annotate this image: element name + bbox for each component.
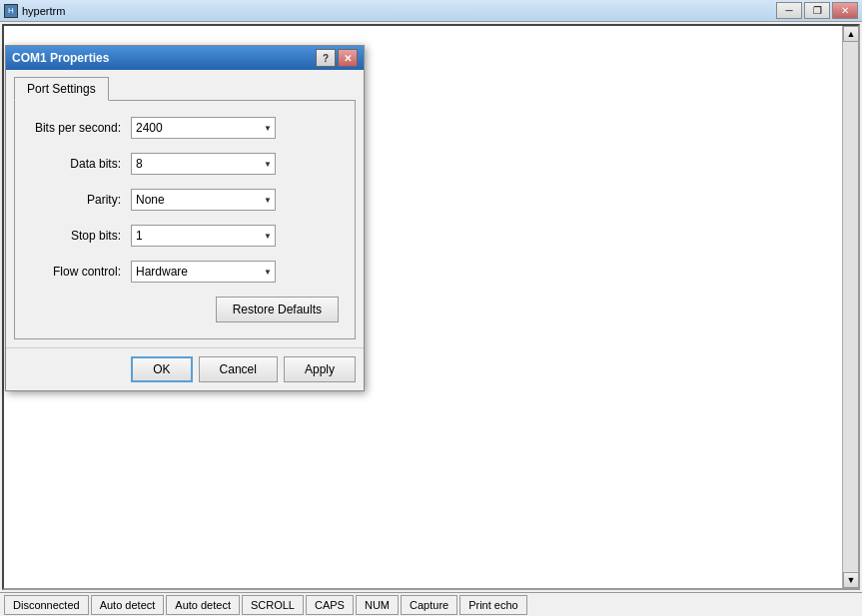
label-databits: Data bits:: [31, 157, 131, 171]
dialog-controls: ? ✕: [316, 49, 358, 67]
com1-properties-dialog: COM1 Properties ? ✕ Port Settings Bits p…: [5, 45, 365, 391]
dialog-overlay: COM1 Properties ? ✕ Port Settings Bits p…: [0, 0, 862, 616]
label-parity: Parity:: [31, 193, 131, 207]
select-wrapper-flowcontrol: Hardware None Xon / Xoff: [131, 261, 276, 283]
dialog-body: Port Settings Bits per second: 2400 110 …: [6, 70, 364, 347]
restore-defaults-row: Restore Defaults: [31, 297, 339, 322]
form-group-bps: Bits per second: 2400 110 300 600 1200 4…: [31, 117, 339, 139]
select-flowcontrol[interactable]: Hardware None Xon / Xoff: [131, 261, 276, 283]
select-wrapper-bps: 2400 110 300 600 1200 4800 9600 19200 38…: [131, 117, 276, 139]
dialog-title: COM1 Properties: [12, 51, 316, 65]
select-wrapper-stopbits: 1 1.5 2: [131, 225, 276, 247]
tab-panel-port-settings: Bits per second: 2400 110 300 600 1200 4…: [14, 100, 356, 339]
label-stopbits: Stop bits:: [31, 229, 131, 243]
ok-button[interactable]: OK: [131, 356, 192, 382]
dialog-close-btn[interactable]: ✕: [338, 49, 358, 67]
select-wrapper-parity: None Even Odd Mark Space: [131, 189, 276, 211]
restore-defaults-button[interactable]: Restore Defaults: [216, 297, 339, 322]
form-group-flowcontrol: Flow control: Hardware None Xon / Xoff: [31, 261, 339, 283]
select-bps[interactable]: 2400 110 300 600 1200 4800 9600 19200 38…: [131, 117, 276, 139]
cancel-button[interactable]: Cancel: [199, 356, 278, 382]
label-bps: Bits per second:: [31, 121, 131, 135]
tab-port-settings[interactable]: Port Settings: [14, 77, 109, 101]
form-group-parity: Parity: None Even Odd Mark Space: [31, 189, 339, 211]
apply-button[interactable]: Apply: [284, 356, 356, 382]
dialog-help-btn[interactable]: ?: [316, 49, 336, 67]
form-group-databits: Data bits: 8 5 6 7: [31, 153, 339, 175]
select-stopbits[interactable]: 1 1.5 2: [131, 225, 276, 247]
select-parity[interactable]: None Even Odd Mark Space: [131, 189, 276, 211]
dialog-titlebar: COM1 Properties ? ✕: [6, 46, 364, 70]
tab-strip: Port Settings: [14, 76, 356, 100]
select-databits[interactable]: 8 5 6 7: [131, 153, 276, 175]
form-group-stopbits: Stop bits: 1 1.5 2: [31, 225, 339, 247]
dialog-footer: OK Cancel Apply: [6, 347, 364, 390]
label-flowcontrol: Flow control:: [31, 265, 131, 279]
select-wrapper-databits: 8 5 6 7: [131, 153, 276, 175]
